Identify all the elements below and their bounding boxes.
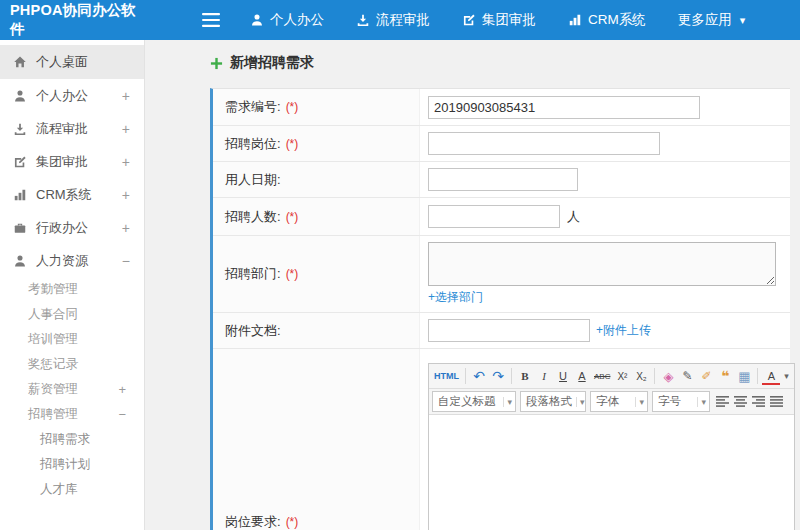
app-logo: PHPOA协同办公软件 [0,1,150,39]
font-style-button[interactable]: A [573,366,591,386]
hamburger-menu-button[interactable] [202,13,220,27]
sidebar-item-workflow-approval[interactable]: 流程审批 + [0,112,144,145]
redo-icon[interactable]: ↷ [489,366,507,386]
table-icon[interactable]: ▦ [735,366,753,386]
custom-heading-dropdown[interactable]: 自定义标题 ▾ [432,391,516,412]
page-title-text: 新增招聘需求 [230,54,314,72]
sidebar-subitem-training-mgmt[interactable]: 培训管理 [0,327,144,352]
form-row-count: 招聘人数: (*) 人 [213,198,790,236]
sidebar-item-crm-system[interactable]: CRM系统 + [0,178,144,211]
font-color-button[interactable]: A [762,368,780,385]
date-input[interactable] [428,168,578,191]
toolbar-separator [654,368,655,384]
sidebar-subitem-label: 招聘管理 [28,406,78,423]
nav-item-personal-office[interactable]: 个人办公 [250,11,324,29]
dropdown-label: 自定义标题 [438,394,496,409]
hamburger-icon [202,13,220,27]
chevron-down-icon[interactable]: ▾ [781,366,791,386]
sidebar-item-label: CRM系统 [36,186,92,204]
form-row-req-no: 需求编号: (*) [213,89,790,126]
field-label: 附件文档: [213,313,420,348]
field-value [420,89,790,125]
expand-toggle[interactable]: + [122,220,130,236]
font-size-dropdown[interactable]: 字号 ▾ [652,391,710,412]
expand-toggle[interactable]: + [118,382,126,397]
sidebar-subitem-recruit-plan[interactable]: 招聘计划 [0,452,144,477]
pencil-icon[interactable]: ✎ [678,366,696,386]
field-label: 用人日期: [213,162,420,197]
underline-button[interactable]: U [554,366,572,386]
sidebar-item-personal-office[interactable]: 个人办公 + [0,79,144,112]
chevron-down-icon: ▾ [635,397,644,407]
field-label: 需求编号: (*) [213,89,420,125]
paragraph-format-dropdown[interactable]: 段落格式 ▾ [520,391,586,412]
sidebar: 个人桌面 个人办公 + 流程审批 + 集团审批 + CRM系统 + 行政办公 + [0,40,145,530]
collapse-toggle[interactable]: − [118,407,126,422]
count-input[interactable] [428,205,560,228]
superscript-button[interactable]: X² [613,366,631,386]
undo-icon[interactable]: ↶ [470,366,488,386]
align-left-icon[interactable] [714,393,731,411]
field-value: +附件上传 [420,313,790,348]
sidebar-subitem-reward-punishment[interactable]: 奖惩记录 [0,352,144,377]
italic-button[interactable]: I [535,366,553,386]
sidebar-item-human-resources[interactable]: 人力资源 − [0,244,144,277]
chevron-down-icon: ▾ [576,397,585,407]
align-right-icon[interactable] [750,393,767,411]
nav-item-more-apps[interactable]: 更多应用 ▾ [678,11,746,29]
collapse-toggle[interactable]: − [122,253,130,269]
align-justify-icon[interactable] [768,393,785,411]
person-icon [13,89,27,103]
attachment-input[interactable] [428,319,590,342]
sidebar-subitem-hr-contract[interactable]: 人事合同 [0,302,144,327]
sidebar-subitem-label: 考勤管理 [28,281,78,298]
sidebar-item-personal-desktop[interactable]: 个人桌面 [0,45,144,79]
sidebar-subitem-label: 薪资管理 [28,381,78,398]
label-text: 用人日期: [225,171,281,189]
toolbar-separator [757,368,758,384]
field-label: 招聘人数: (*) [213,198,420,235]
label-text: 招聘人数: [225,208,281,226]
expand-toggle[interactable]: + [122,187,130,203]
sidebar-subitem-recruit-mgmt[interactable]: 招聘管理 − [0,402,144,427]
sidebar-subitem-label: 招聘需求 [40,431,90,448]
sidebar-item-group-approval[interactable]: 集团审批 + [0,145,144,178]
attachment-upload-link[interactable]: +附件上传 [596,322,651,339]
expand-toggle[interactable]: + [122,88,130,104]
position-input[interactable] [428,132,660,155]
select-dept-link[interactable]: +选择部门 [428,289,483,306]
html-source-button[interactable]: HTML [432,366,461,386]
submit-arrow-icon [356,13,370,27]
form-row-position: 招聘岗位: (*) [213,126,790,162]
sidebar-subitem-salary-mgmt[interactable]: 薪资管理 + [0,377,144,402]
dept-textarea[interactable] [428,242,776,286]
expand-toggle[interactable]: + [122,154,130,170]
bar-chart-icon [568,13,582,27]
nav-label: CRM系统 [588,11,646,29]
sidebar-item-label: 个人桌面 [36,53,88,71]
eraser-icon[interactable]: ◈ [659,366,677,386]
expand-toggle[interactable]: + [122,121,130,137]
nav-item-crm-system[interactable]: CRM系统 [568,11,646,29]
nav-label: 更多应用 [678,11,732,29]
required-mark: (*) [286,100,299,114]
format-brush-icon[interactable]: ✐ [697,366,715,386]
bold-button[interactable]: B [516,366,534,386]
nav-item-workflow-approval[interactable]: 流程审批 [356,11,430,29]
sidebar-subitem-attendance-mgmt[interactable]: 考勤管理 [0,277,144,302]
editor-content-area[interactable] [429,415,794,530]
toolbar-separator [465,368,466,384]
sidebar-subitem-recruit-demand[interactable]: 招聘需求 [0,427,144,452]
sidebar-subitem-label: 奖惩记录 [28,356,78,373]
chevron-down-icon: ▾ [503,397,512,407]
sidebar-subitem-talent-pool[interactable]: 人才库 [0,477,144,502]
req-no-input[interactable] [428,96,700,119]
font-family-dropdown[interactable]: 字体 ▾ [590,391,648,412]
person-icon [250,13,264,27]
align-center-icon[interactable] [732,393,749,411]
nav-item-group-approval[interactable]: 集团审批 [462,11,536,29]
subscript-button[interactable]: X₂ [632,366,650,386]
sidebar-item-admin-office[interactable]: 行政办公 + [0,211,144,244]
blockquote-icon[interactable]: ❝ [716,366,734,386]
strikethrough-button[interactable]: ABC [592,366,612,386]
